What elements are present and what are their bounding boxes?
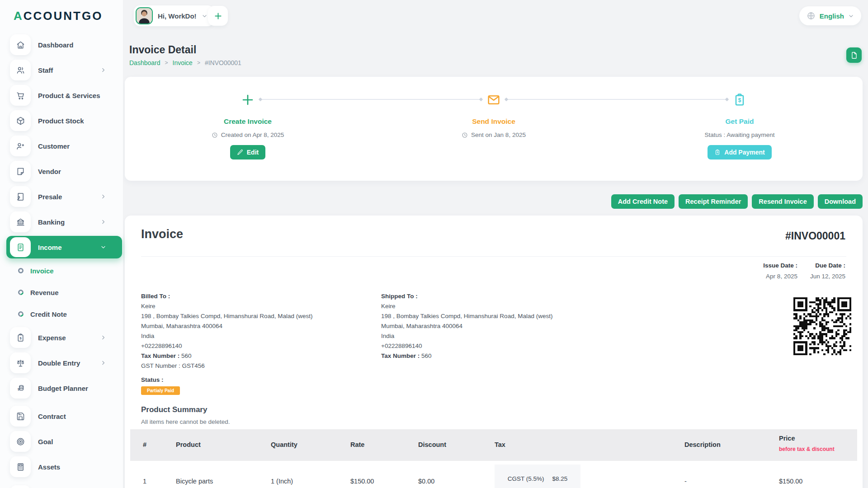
step-title: Send Invoice [472, 117, 515, 126]
sidebar-item-product-services[interactable]: Product & Services [0, 83, 123, 108]
sidebar-item-label: Dashboard [38, 41, 73, 49]
sidebar-subitem-invoice[interactable]: Invoice [0, 260, 123, 282]
clipboard-dollar-icon: $ [10, 327, 31, 348]
column-header-discount: Discount [418, 441, 446, 448]
billed-to-address2: Mumbai, Maharashtra 400064 [141, 321, 358, 331]
language-label: English [820, 12, 844, 20]
step-get-paid: $ Get Paid Status : Awaiting payment $ A… [645, 77, 835, 160]
breadcrumb-invoice-link[interactable]: Invoice [173, 59, 193, 66]
breadcrumb-dashboard-link[interactable]: Dashboard [129, 59, 160, 66]
sidebar-item-contract[interactable]: Contract [0, 404, 123, 429]
resend-invoice-button[interactable]: Resend Invoice [752, 194, 813, 209]
sidebar-item-expense[interactable]: $ Expense [0, 325, 123, 350]
pencil-icon [237, 149, 243, 155]
sidebar-item-vendor[interactable]: Vendor [0, 159, 123, 184]
billed-to-gst: GST Number : GST456 [141, 361, 358, 371]
status-label: Status : [141, 376, 164, 383]
sidebar-item-product-stock[interactable]: Product Stock [0, 108, 123, 133]
note-icon [10, 161, 31, 182]
greeting-text: Hi, WorkDo! [158, 12, 197, 20]
cell-index: 1 [143, 478, 146, 485]
logo-accent-letter: A [14, 9, 24, 23]
presale-doc-icon [10, 186, 31, 207]
column-header-tax: Tax [495, 441, 505, 448]
clock-icon [462, 132, 468, 138]
breadcrumb-separator: > [197, 60, 200, 66]
sidebar-subitem-label: Credit Note [30, 310, 67, 318]
add-payment-button[interactable]: $ Add Payment [708, 145, 771, 160]
step-create-invoice: Create Invoice Created on Apr 8, 2025 Ed… [153, 77, 343, 160]
breadcrumb-current: #INVO00001 [205, 59, 241, 66]
tax-name: CGST (5.5%) [508, 475, 544, 482]
sidebar-item-income-active[interactable]: Income [0, 235, 123, 260]
sidebar-item-label: Presale [38, 193, 62, 201]
edit-invoice-button[interactable]: Edit [230, 145, 265, 160]
shipped-to-tax: Tax Number : 560 [381, 351, 598, 361]
receipt-reminder-button[interactable]: Receipt Reminder [679, 194, 748, 209]
ring-icon [17, 289, 25, 296]
billed-to-phone: +02228896140 [141, 341, 358, 351]
invoice-preview-button[interactable] [846, 47, 862, 63]
column-header-rate: Rate [350, 441, 364, 448]
download-button[interactable]: Download [818, 194, 863, 209]
clipboard-dollar-icon: $ [732, 92, 747, 108]
sidebar-item-customer[interactable]: Customer [0, 133, 123, 159]
sidebar-item-label: Product & Services [38, 92, 100, 99]
sidebar-item-banking[interactable]: Banking [0, 209, 123, 235]
issue-date-value: Apr 8, 2025 [763, 273, 797, 280]
shipped-to-country: India [381, 331, 598, 341]
sidebar-item-label: Customer [38, 142, 70, 150]
table-row: CGST (5.5%) $8.25 1 Bicycle parts 1 (Inc… [130, 461, 857, 488]
due-date-value: Jun 12, 2025 [810, 273, 845, 280]
invoice-number: #INVO00001 [785, 230, 845, 242]
app-logo: ACCOUNTGO [0, 0, 123, 23]
invoice-title: Invoice [141, 227, 183, 241]
sidebar-item-label: Vendor [38, 168, 61, 175]
invoice-actions: Add Credit Note Receipt Reminder Resend … [125, 194, 863, 209]
sidebar-item-staff[interactable]: Staff [0, 57, 123, 83]
step-meta: Sent on Jan 8, 2025 [462, 131, 526, 138]
sidebar-item-assets[interactable]: Assets [0, 454, 123, 479]
due-date: Due Date : Jun 12, 2025 [810, 262, 845, 280]
tax-number-value: 560 [181, 352, 192, 359]
column-header-product: Product [176, 441, 201, 448]
cell-product: Bicycle parts [176, 478, 213, 485]
billed-to-label: Billed To : [141, 291, 358, 301]
sidebar-subitem-revenue[interactable]: Revenue [0, 282, 123, 303]
clipboard-icon: $ [714, 149, 721, 155]
sidebar-item-goal[interactable]: Goal [0, 429, 123, 454]
sidebar-subitem-credit-note[interactable]: Credit Note [0, 303, 123, 325]
sidebar-item-partial[interactable] [0, 483, 123, 488]
invoice-file-icon [10, 237, 31, 257]
user-plus-icon [10, 136, 31, 156]
issue-date: Issue Date : Apr 8, 2025 [763, 262, 797, 280]
file-icon [850, 52, 858, 59]
app-screen: ACCOUNTGO Dashboard Staff Product & [0, 0, 868, 488]
users-icon [10, 60, 31, 80]
svg-text:$: $ [738, 97, 741, 103]
profile-menu[interactable]: Hi, WorkDo! [134, 5, 214, 26]
svg-text:$: $ [19, 336, 22, 340]
chevron-right-icon [100, 194, 106, 200]
package-icon [10, 110, 31, 131]
shipped-to-name: Keire [381, 301, 598, 311]
sidebar-item-double-entry[interactable]: Double Entry [0, 350, 123, 375]
chevron-down-icon [100, 244, 106, 250]
sidebar-item-dashboard[interactable]: Dashboard [0, 32, 123, 57]
invoice-detail-card: Invoice #INVO00001 Issue Date : Apr 8, 2… [125, 216, 863, 488]
sidebar-nav: Dashboard Staff Product & Services [0, 32, 123, 488]
billed-to-name: Keire [141, 301, 358, 311]
language-selector[interactable]: English [799, 6, 861, 25]
chevron-right-icon [100, 67, 106, 73]
step-meta-text: Status : Awaiting payment [704, 131, 774, 138]
sidebar-subitem-label: Invoice [30, 267, 54, 275]
breadcrumb-separator: > [165, 60, 168, 66]
floppy-icon [10, 406, 31, 427]
column-header-description: Description [684, 441, 721, 448]
add-credit-note-button[interactable]: Add Credit Note [611, 194, 675, 209]
quick-add-button[interactable] [208, 6, 228, 26]
chevron-down-icon [848, 13, 854, 19]
sidebar-item-budget-planner[interactable]: $ Budget Planner [0, 375, 123, 401]
sidebar-item-presale[interactable]: Presale [0, 184, 123, 209]
shipped-to-block: Shipped To : Keire 198 , Bombay Talkies … [381, 291, 598, 361]
